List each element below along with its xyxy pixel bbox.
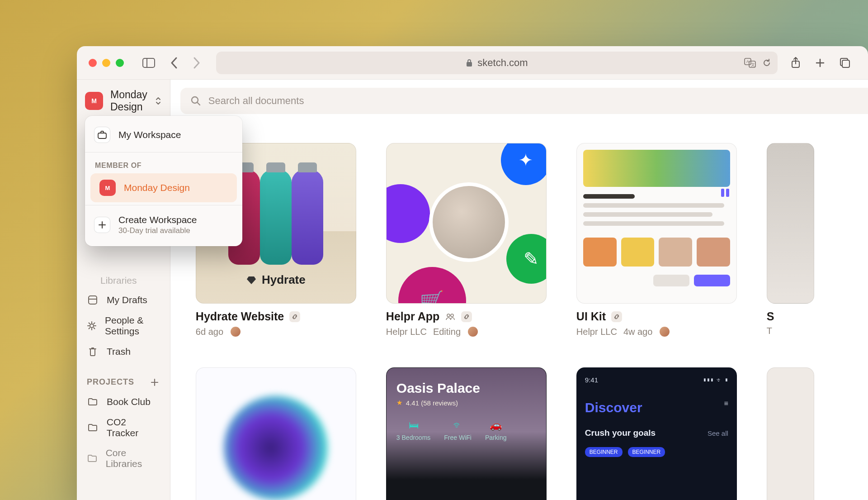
wifi-icon: ᯤ <box>453 419 463 431</box>
share-icon[interactable] <box>790 57 801 69</box>
filter-icon: ≡ <box>724 400 728 408</box>
document-thumbnail: Oasis Palace ★4.41 (58 reviews) 🛏3 Bedro… <box>386 367 547 500</box>
signal-icon: ▮▮▮ ᯤ ▮ <box>703 376 728 384</box>
link-icon <box>289 311 300 322</box>
sidebar-toggle-icon[interactable] <box>142 56 156 70</box>
svg-point-18 <box>90 324 94 328</box>
trash-icon <box>87 346 99 357</box>
search-input[interactable] <box>208 95 868 107</box>
document-thumbnail <box>767 367 814 500</box>
workspace-badge-icon: M <box>99 180 116 196</box>
project-item[interactable]: Book Club <box>77 391 170 412</box>
svg-rect-13 <box>98 133 106 138</box>
oasis-title: Oasis Palace <box>396 381 536 396</box>
documents-grid: Hydrate Hydrate Website 6d ago <box>170 114 868 500</box>
svg-point-24 <box>447 314 450 317</box>
project-item[interactable]: CO2 Tracker <box>77 412 170 443</box>
dropdown-item-label: Create Workspace <box>118 214 197 225</box>
maximize-window-button[interactable] <box>116 59 124 67</box>
svg-line-22 <box>197 102 200 105</box>
document-card[interactable]: ✦ ✎ 🛒 Helpr App Helpr LLC <box>386 143 547 338</box>
profile-photo <box>429 182 509 262</box>
titlebar: sketch.com A文 <box>77 46 868 80</box>
lock-icon <box>466 59 473 67</box>
svg-rect-0 <box>143 58 155 67</box>
svg-marker-23 <box>247 276 256 284</box>
document-status: Editing <box>433 327 461 337</box>
translate-icon[interactable]: A文 <box>744 58 756 68</box>
bed-icon: 🛏 <box>409 419 419 431</box>
sidebar-item-label: My Drafts <box>107 295 147 305</box>
document-title: S <box>767 310 774 323</box>
document-subtext: 6d ago <box>196 327 223 337</box>
dropdown-member-item[interactable]: M Monday Design <box>90 173 237 202</box>
link-icon <box>611 311 622 322</box>
sidebar-item-trash[interactable]: Trash <box>77 341 170 362</box>
document-title: UI Kit <box>576 310 606 323</box>
document-card[interactable]: S T <box>767 143 814 338</box>
document-subtext: Helpr LLC <box>386 327 427 337</box>
sidebar-item-settings[interactable]: People & Settings <box>77 310 170 341</box>
sidebar: M Monday Design My Workspace MEMBER OF M <box>77 80 170 500</box>
dropdown-separator <box>85 152 242 152</box>
document-thumbnail: 9:41 ▮▮▮ ᯤ ▮ Discover ≡ Crush your goals… <box>576 367 737 500</box>
dropdown-create-workspace[interactable]: Create Workspace 30-Day trial available <box>85 208 242 242</box>
main-content: Options Hydrate <box>170 80 868 500</box>
svg-rect-12 <box>842 60 849 67</box>
project-name: CO2 Tracker <box>107 417 160 438</box>
chevron-updown-icon <box>155 96 162 106</box>
new-tab-icon[interactable] <box>815 57 826 68</box>
dropdown-item-sublabel: 30-Day trial available <box>118 226 197 235</box>
diamond-icon <box>246 276 256 285</box>
sidebar-item-drafts[interactable]: My Drafts <box>77 290 170 310</box>
car-icon: 🚗 <box>490 419 502 431</box>
document-title: Hydrate Website <box>196 310 284 323</box>
folder-icon <box>87 422 99 433</box>
document-card[interactable] <box>196 367 356 500</box>
cart-icon: 🛒 <box>398 267 466 304</box>
project-name: Book Club <box>107 396 151 407</box>
dropdown-item-label: Monday Design <box>124 182 190 193</box>
avatar <box>467 326 479 338</box>
app-window: sketch.com A文 M <box>77 46 868 500</box>
dropdown-section-header: MEMBER OF <box>85 155 242 173</box>
workspace-badge-icon: M <box>85 92 103 110</box>
svg-rect-16 <box>89 296 97 304</box>
close-window-button[interactable] <box>89 59 97 67</box>
document-subtext: T <box>767 326 772 336</box>
dropdown-my-workspace[interactable]: My Workspace <box>85 120 242 149</box>
workspace-selector[interactable]: M Monday Design <box>85 88 162 114</box>
sidebar-item-libraries[interactable]: Libraries <box>77 275 170 286</box>
search-box[interactable]: Options <box>180 88 868 114</box>
add-project-button[interactable] <box>150 378 159 387</box>
svg-text:文: 文 <box>751 62 755 67</box>
svg-rect-2 <box>467 62 472 67</box>
discover-title: Discover <box>585 400 642 415</box>
document-card[interactable]: Oasis Palace ★4.41 (58 reviews) 🛏3 Bedro… <box>386 367 547 500</box>
url-text: sketch.com <box>477 57 528 69</box>
link-icon <box>461 311 472 322</box>
avatar <box>659 326 670 338</box>
document-thumbnail <box>576 143 737 304</box>
address-bar[interactable]: sketch.com A文 <box>216 52 778 74</box>
star-icon: ★ <box>396 399 402 407</box>
reload-icon[interactable] <box>762 58 771 67</box>
document-card[interactable]: UI Kit Helpr LLC 4w ago <box>576 143 737 338</box>
folder-icon <box>87 452 98 464</box>
brush-icon: ✎ <box>506 234 547 284</box>
forward-button[interactable] <box>190 56 203 70</box>
project-item[interactable]: Core Libraries <box>77 443 170 474</box>
svg-text:A: A <box>746 59 749 64</box>
briefcase-icon <box>94 127 110 143</box>
document-card[interactable]: 9:41 ▮▮▮ ᯤ ▮ Discover ≡ Crush your goals… <box>576 367 737 500</box>
folder-icon <box>87 396 99 408</box>
minimize-window-button[interactable] <box>102 59 110 67</box>
projects-label: PROJECTS <box>87 377 134 387</box>
tabs-overview-icon[interactable] <box>839 57 851 69</box>
document-card[interactable] <box>767 367 814 500</box>
avatar <box>230 326 241 338</box>
document-title: Helpr App <box>386 310 440 323</box>
plus-icon <box>94 217 110 233</box>
back-button[interactable] <box>167 56 181 70</box>
document-thumbnail <box>196 367 356 500</box>
